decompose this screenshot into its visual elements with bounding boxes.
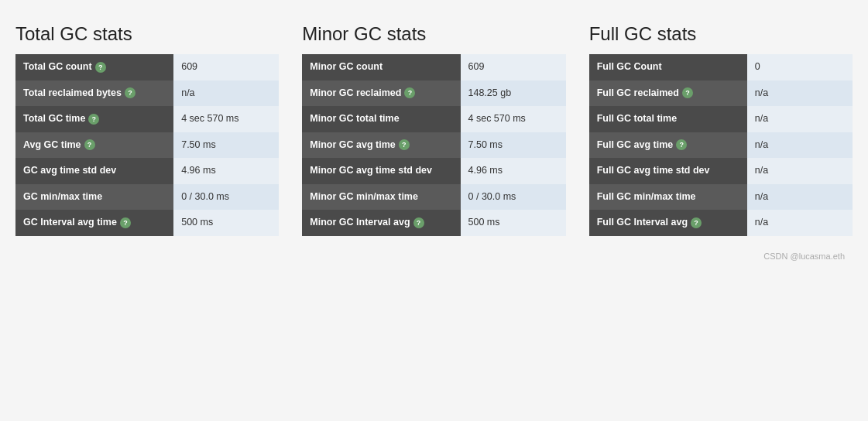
- panel-total-gc: Total GC statsTotal GC count?609Total re…: [15, 23, 279, 236]
- table-row: GC Interval avg time?500 ms: [15, 210, 279, 236]
- minor-gc-label-6: Minor GC Interval avg?: [302, 210, 460, 236]
- total-gc-value-3: 7.50 ms: [173, 132, 279, 159]
- minor-gc-label-text-4: Minor GC avg time std dev: [310, 165, 432, 176]
- total-gc-value-2: 4 sec 570 ms: [173, 106, 279, 132]
- full-gc-label-text-4: Full GC avg time std dev: [597, 165, 710, 176]
- full-gc-value-6: n/a: [747, 210, 853, 236]
- minor-gc-value-4: 4.96 ms: [461, 158, 566, 184]
- table-row: Minor GC count609: [302, 54, 565, 80]
- minor-gc-label-2: Minor GC total time: [302, 106, 460, 132]
- watermark: CSDN @lucasma.eth: [15, 252, 853, 261]
- total-gc-value-0: 609: [173, 54, 279, 80]
- table-row: Minor GC total time4 sec 570 ms: [302, 106, 565, 132]
- total-gc-label-5: GC min/max time: [15, 184, 173, 210]
- total-gc-label-text-2: Total GC time: [23, 113, 85, 124]
- full-gc-table: Full GC Count0Full GC reclaimed?n/aFull …: [589, 54, 853, 236]
- help-icon[interactable]: ?: [120, 217, 131, 228]
- table-row: Total GC time?4 sec 570 ms: [15, 106, 279, 132]
- full-gc-label-3: Full GC avg time?: [589, 132, 747, 159]
- minor-gc-label-text-5: Minor GC min/max time: [310, 191, 418, 202]
- minor-gc-label-text-2: Minor GC total time: [310, 113, 399, 124]
- minor-gc-value-6: 500 ms: [461, 210, 566, 236]
- minor-gc-value-2: 4 sec 570 ms: [461, 106, 566, 132]
- total-gc-label-text-6: GC Interval avg time: [23, 217, 117, 228]
- help-icon[interactable]: ?: [404, 87, 415, 98]
- total-gc-label-text-3: Avg GC time: [23, 139, 81, 150]
- help-icon[interactable]: ?: [676, 139, 687, 150]
- total-gc-label-6: GC Interval avg time?: [15, 210, 173, 236]
- minor-gc-label-text-0: Minor GC count: [310, 61, 383, 72]
- minor-gc-value-3: 7.50 ms: [461, 132, 566, 159]
- minor-gc-table: Minor GC count609Minor GC reclaimed?148.…: [302, 54, 565, 236]
- table-row: Minor GC avg time std dev4.96 ms: [302, 158, 565, 184]
- full-gc-title: Full GC stats: [589, 23, 853, 45]
- total-gc-label-text-5: GC min/max time: [23, 191, 102, 202]
- help-icon[interactable]: ?: [413, 217, 424, 228]
- total-gc-table: Total GC count?609Total reclaimed bytes?…: [15, 54, 279, 236]
- minor-gc-label-text-1: Minor GC reclaimed: [310, 87, 401, 98]
- full-gc-value-1: n/a: [747, 80, 853, 107]
- full-gc-label-2: Full GC total time: [589, 106, 747, 132]
- help-icon[interactable]: ?: [691, 217, 702, 228]
- minor-gc-title: Minor GC stats: [302, 23, 565, 45]
- full-gc-value-5: n/a: [747, 184, 853, 210]
- minor-gc-label-4: Minor GC avg time std dev: [302, 158, 460, 184]
- help-icon[interactable]: ?: [84, 139, 95, 150]
- table-row: Avg GC time?7.50 ms: [15, 132, 279, 159]
- minor-gc-value-1: 148.25 gb: [461, 80, 566, 107]
- minor-gc-value-0: 609: [461, 54, 566, 80]
- total-gc-value-5: 0 / 30.0 ms: [173, 184, 279, 210]
- minor-gc-label-5: Minor GC min/max time: [302, 184, 460, 210]
- total-gc-label-2: Total GC time?: [15, 106, 173, 132]
- minor-gc-label-text-3: Minor GC avg time: [310, 139, 395, 150]
- full-gc-label-5: Full GC min/max time: [589, 184, 747, 210]
- table-row: Full GC Interval avg?n/a: [589, 210, 853, 236]
- full-gc-label-text-3: Full GC avg time: [597, 139, 674, 150]
- table-row: Full GC avg time std devn/a: [589, 158, 853, 184]
- full-gc-label-6: Full GC Interval avg?: [589, 210, 747, 236]
- total-gc-label-text-4: GC avg time std dev: [23, 165, 116, 176]
- full-gc-label-text-5: Full GC min/max time: [597, 191, 696, 202]
- full-gc-value-3: n/a: [747, 132, 853, 159]
- total-gc-label-3: Avg GC time?: [15, 132, 173, 159]
- table-row: GC min/max time0 / 30.0 ms: [15, 184, 279, 210]
- help-icon[interactable]: ?: [399, 139, 410, 150]
- full-gc-label-text-1: Full GC reclaimed: [597, 87, 679, 98]
- full-gc-label-1: Full GC reclaimed?: [589, 80, 747, 107]
- full-gc-label-text-0: Full GC Count: [597, 61, 662, 72]
- minor-gc-label-0: Minor GC count: [302, 54, 460, 80]
- total-gc-value-6: 500 ms: [173, 210, 279, 236]
- total-gc-label-1: Total reclaimed bytes?: [15, 80, 173, 107]
- table-row: Minor GC reclaimed?148.25 gb: [302, 80, 565, 107]
- total-gc-value-4: 4.96 ms: [173, 158, 279, 184]
- table-row: Full GC Count0: [589, 54, 853, 80]
- table-row: Full GC avg time?n/a: [589, 132, 853, 159]
- table-row: Total reclaimed bytes?n/a: [15, 80, 279, 107]
- table-row: Full GC reclaimed?n/a: [589, 80, 853, 107]
- table-row: GC avg time std dev4.96 ms: [15, 158, 279, 184]
- help-icon[interactable]: ?: [95, 62, 106, 73]
- total-gc-label-text-0: Total GC count: [23, 61, 92, 72]
- full-gc-label-text-2: Full GC total time: [597, 113, 677, 124]
- total-gc-label-text-1: Total reclaimed bytes: [23, 87, 122, 98]
- minor-gc-label-3: Minor GC avg time?: [302, 132, 460, 159]
- full-gc-value-0: 0: [747, 54, 853, 80]
- table-row: Full GC total timen/a: [589, 106, 853, 132]
- total-gc-label-4: GC avg time std dev: [15, 158, 173, 184]
- full-gc-label-4: Full GC avg time std dev: [589, 158, 747, 184]
- minor-gc-label-text-6: Minor GC Interval avg: [310, 217, 410, 228]
- help-icon[interactable]: ?: [88, 114, 99, 125]
- panels-container: Total GC statsTotal GC count?609Total re…: [15, 23, 853, 236]
- panel-minor-gc: Minor GC statsMinor GC count609Minor GC …: [302, 23, 565, 236]
- full-gc-value-2: n/a: [747, 106, 853, 132]
- total-gc-title: Total GC stats: [15, 23, 279, 45]
- help-icon[interactable]: ?: [682, 87, 693, 98]
- table-row: Minor GC avg time?7.50 ms: [302, 132, 565, 159]
- total-gc-value-1: n/a: [173, 80, 279, 107]
- table-row: Full GC min/max timen/a: [589, 184, 853, 210]
- full-gc-label-0: Full GC Count: [589, 54, 747, 80]
- minor-gc-value-5: 0 / 30.0 ms: [461, 184, 566, 210]
- help-icon[interactable]: ?: [125, 87, 136, 98]
- table-row: Minor GC min/max time0 / 30.0 ms: [302, 184, 565, 210]
- minor-gc-label-1: Minor GC reclaimed?: [302, 80, 460, 107]
